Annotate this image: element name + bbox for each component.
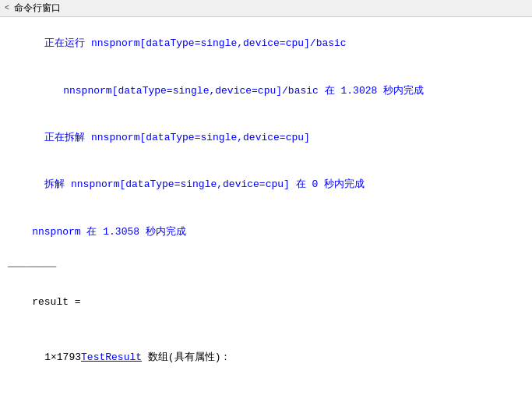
- array-suffix-text: 数组(具有属性)：: [142, 351, 231, 363]
- line-array: 1×1793TestResult 数组(具有属性)：: [0, 334, 532, 381]
- blank-line-2: [0, 327, 532, 334]
- content-area: 正在运行 nnspnorm[dataType=single,device=cpu…: [0, 17, 532, 406]
- teardown-start-text: 正在拆解 nnspnorm[dataType=single,device=cpu…: [44, 132, 310, 143]
- result-text: result =: [32, 296, 86, 308]
- line-teardown-complete: 拆解 nnspnorm[dataType=single,device=cpu] …: [0, 161, 532, 208]
- line-basic-complete: nnspnorm[dataType=single,device=cpu]/bas…: [0, 67, 532, 114]
- array-prefix-text: 1×1793: [44, 351, 81, 363]
- title-bar: < 命令行窗口: [0, 0, 532, 17]
- blank-line-3: [0, 381, 532, 389]
- line-running-basic: 正在运行 nnspnorm[dataType=single,device=cpu…: [0, 20, 532, 67]
- line-result: result =: [0, 279, 532, 326]
- window-title: 命令行窗口: [14, 2, 61, 15]
- basic-complete-text: nnspnorm[dataType=single,device=cpu]/bas…: [63, 85, 424, 97]
- separator-line: ________: [0, 256, 532, 271]
- line-teardown-start: 正在拆解 nnspnorm[dataType=single,device=cpu…: [0, 115, 532, 161]
- nnspnorm-complete-text: nnspnorm 在 1.3058 秒内完成: [32, 226, 186, 238]
- blank-line-1: [0, 271, 532, 279]
- testresult-link[interactable]: TestResult: [81, 351, 142, 363]
- running-basic-text: 正在运行 nnspnorm[dataType=single,device=cpu…: [44, 37, 346, 49]
- line-prop-name: Name: [0, 389, 532, 406]
- back-arrow-icon: <: [5, 4, 9, 12]
- teardown-complete-text: 拆解 nnspnorm[dataType=single,device=cpu] …: [44, 178, 365, 190]
- line-nnspnorm-complete: nnspnorm 在 1.3058 秒内完成: [0, 209, 532, 256]
